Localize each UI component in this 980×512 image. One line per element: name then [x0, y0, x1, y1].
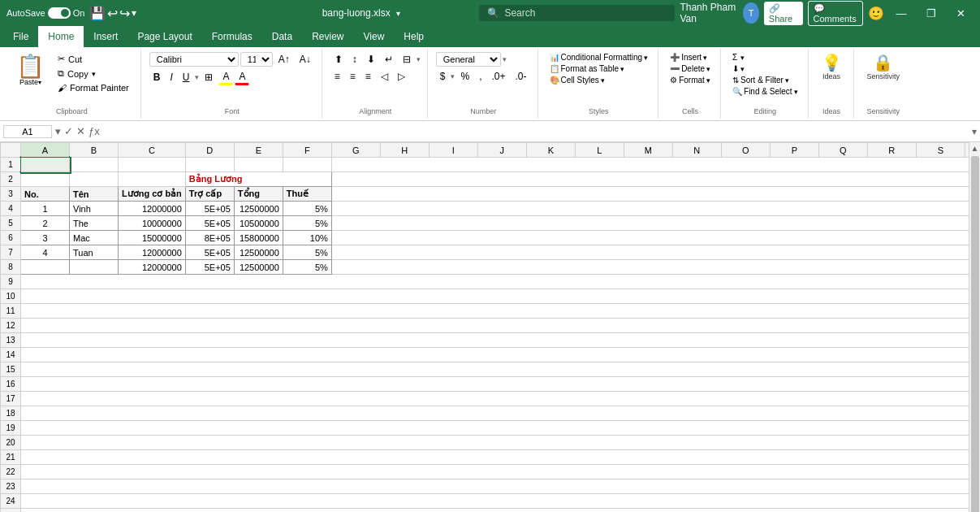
- cell-f6[interactable]: 10%: [283, 231, 331, 245]
- cell-g3-rest[interactable]: [331, 187, 969, 202]
- underline-button[interactable]: U: [179, 70, 194, 85]
- col-header-r[interactable]: R: [867, 143, 916, 158]
- paste-button[interactable]: 📋 Paste ▾: [10, 52, 51, 89]
- tab-help[interactable]: Help: [394, 26, 434, 47]
- ideas-button[interactable]: 💡 Ideas: [817, 52, 847, 83]
- cell-e5[interactable]: 10500000: [234, 216, 283, 231]
- cell-g8-rest[interactable]: [331, 260, 969, 275]
- cell-g2-rest[interactable]: [331, 172, 969, 187]
- vertical-scrollbar[interactable]: ▲ ▼: [969, 142, 980, 512]
- tab-view[interactable]: View: [354, 26, 395, 47]
- cell-c6[interactable]: 15000000: [119, 231, 186, 245]
- cell-e3[interactable]: Tổng: [234, 187, 283, 202]
- emoji-icon[interactable]: 🙂: [868, 6, 884, 21]
- wrap-text-button[interactable]: ↵: [381, 52, 397, 67]
- cell-g7-rest[interactable]: [331, 245, 969, 260]
- formula-input[interactable]: [103, 126, 969, 137]
- redo-icon[interactable]: ↪: [119, 6, 130, 21]
- col-header-d[interactable]: D: [185, 143, 234, 158]
- cell-d4[interactable]: 5E+05: [185, 202, 234, 216]
- cell-a2[interactable]: [21, 172, 70, 187]
- format-button[interactable]: ⚙ Format ▾: [667, 75, 714, 85]
- cell-c7[interactable]: 12000000: [119, 245, 186, 260]
- col-header-f[interactable]: F: [283, 143, 331, 158]
- tab-file[interactable]: File: [3, 26, 38, 47]
- cell-reference-input[interactable]: [3, 125, 52, 138]
- col-header-n[interactable]: N: [672, 143, 721, 158]
- name-box-dropdown-icon[interactable]: ▾: [55, 125, 61, 137]
- increase-font-button[interactable]: A↑: [274, 52, 294, 67]
- cell-e6[interactable]: 15800000: [234, 231, 283, 245]
- formula-check-icon[interactable]: ✓: [64, 125, 73, 137]
- comments-icon[interactable]: 💬 Comments: [808, 1, 863, 26]
- col-header-i[interactable]: I: [429, 143, 477, 158]
- maximize-button[interactable]: ❐: [918, 0, 943, 26]
- col-header-k[interactable]: K: [526, 143, 575, 158]
- search-bar[interactable]: 🔍: [479, 5, 675, 21]
- cell-b4[interactable]: Vinh: [70, 202, 119, 216]
- cell-a5[interactable]: 2: [21, 216, 70, 231]
- insert-dropdown-icon[interactable]: ▾: [703, 54, 707, 62]
- cell-c3[interactable]: Lương cơ bản: [119, 187, 186, 202]
- fill-color-button[interactable]: A: [218, 69, 233, 85]
- cell-c8[interactable]: 12000000: [119, 260, 186, 275]
- autosave-toggle[interactable]: [48, 7, 71, 19]
- cell-g1-rest[interactable]: [331, 158, 969, 172]
- conditional-dropdown-icon[interactable]: ▾: [644, 54, 648, 62]
- bold-button[interactable]: B: [149, 70, 165, 85]
- insert-button[interactable]: ➕ Insert ▾: [667, 52, 714, 63]
- paste-dropdown-icon[interactable]: ▾: [38, 79, 41, 86]
- cell-f4[interactable]: 5%: [283, 202, 331, 216]
- cell-a8[interactable]: [21, 260, 70, 275]
- cell-styles-button[interactable]: 🎨 Cell Styles ▾: [546, 75, 652, 85]
- scroll-thumb-vertical[interactable]: [971, 156, 979, 512]
- find-select-button[interactable]: 🔍 Find & Select ▾: [729, 86, 801, 97]
- col-header-h[interactable]: H: [380, 143, 429, 158]
- cell-d3[interactable]: Trợ cấp: [185, 187, 234, 202]
- cell-e7[interactable]: 12500000: [234, 245, 283, 260]
- col-header-m[interactable]: M: [624, 143, 672, 158]
- delete-dropdown-icon[interactable]: ▾: [706, 65, 710, 73]
- cell-c5[interactable]: 10000000: [119, 216, 186, 231]
- scroll-up-button[interactable]: ▲: [969, 142, 980, 154]
- cell-b5[interactable]: The: [70, 216, 119, 231]
- tab-data[interactable]: Data: [262, 26, 302, 47]
- cell-b7[interactable]: Tuan: [70, 245, 119, 260]
- col-header-s[interactable]: S: [916, 143, 965, 158]
- cell-a4[interactable]: 1: [21, 202, 70, 216]
- col-header-l[interactable]: L: [575, 143, 624, 158]
- cell-a7[interactable]: 4: [21, 245, 70, 260]
- cell-e4[interactable]: 12500000: [234, 202, 283, 216]
- cell-d5[interactable]: 5E+05: [185, 216, 234, 231]
- decrease-indent-button[interactable]: ◁: [377, 69, 392, 84]
- font-size-select[interactable]: 11: [240, 52, 273, 67]
- cell-styles-dropdown-icon[interactable]: ▾: [601, 76, 605, 85]
- cell-a6[interactable]: 3: [21, 231, 70, 245]
- currency-button[interactable]: $: [436, 69, 450, 84]
- cell-f7[interactable]: 5%: [283, 245, 331, 260]
- sensitivity-button[interactable]: 🔒 Sensitivity: [862, 52, 905, 83]
- cell-b8[interactable]: [70, 260, 119, 275]
- sort-filter-button[interactable]: ⇅ Sort & Filter ▾: [729, 75, 801, 85]
- cell-d2[interactable]: Bảng Lương: [185, 172, 331, 187]
- cell-d6[interactable]: 8E+05: [185, 231, 234, 245]
- tab-page-layout[interactable]: Page Layout: [127, 26, 201, 47]
- tab-insert[interactable]: Insert: [84, 26, 127, 47]
- cell-d7[interactable]: 5E+05: [185, 245, 234, 260]
- format-as-table-button[interactable]: 📋 Format as Table ▾: [546, 63, 652, 74]
- increase-indent-button[interactable]: ▷: [394, 69, 409, 84]
- cell-g4-rest[interactable]: [331, 202, 969, 216]
- col-header-p[interactable]: P: [770, 143, 818, 158]
- col-header-g[interactable]: G: [331, 143, 380, 158]
- cell-c1[interactable]: [119, 158, 186, 172]
- formula-cancel-icon[interactable]: ✕: [76, 125, 85, 137]
- cell-g5-rest[interactable]: [331, 216, 969, 231]
- tab-formulas[interactable]: Formulas: [202, 26, 262, 47]
- decrease-font-button[interactable]: A↓: [296, 52, 315, 67]
- percent-button[interactable]: %: [456, 69, 473, 84]
- col-header-o[interactable]: O: [721, 143, 770, 158]
- sort-filter-dropdown-icon[interactable]: ▾: [785, 76, 789, 85]
- col-header-b[interactable]: B: [70, 143, 119, 158]
- cell-c4[interactable]: 12000000: [119, 202, 186, 216]
- format-painter-button[interactable]: 🖌 Format Painter: [53, 81, 134, 94]
